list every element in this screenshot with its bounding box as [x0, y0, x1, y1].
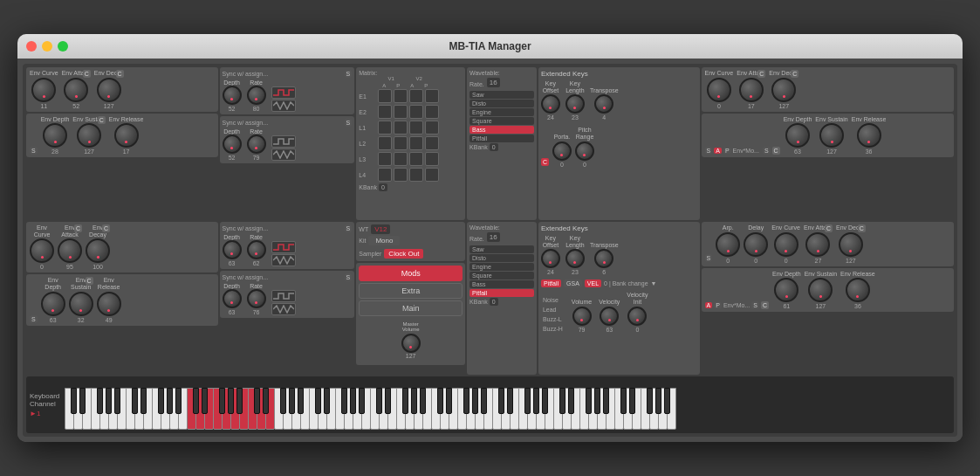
cell-e1-p2[interactable]	[425, 89, 439, 103]
wf-btn-1[interactable]	[271, 86, 296, 99]
wf-btn-mid-3[interactable]	[271, 290, 296, 302]
black-key-52[interactable]	[524, 388, 531, 414]
black-key-42[interactable]	[437, 388, 443, 414]
black-key-14[interactable]	[193, 388, 199, 414]
close-button[interactable]	[26, 41, 37, 52]
black-key-64[interactable]	[629, 388, 635, 414]
black-key-35[interactable]	[376, 388, 382, 414]
cell-l3-a2[interactable]	[409, 152, 423, 166]
env-attack-knob-mid[interactable]	[58, 238, 82, 263]
black-key-11[interactable]	[167, 388, 173, 414]
cell-e2-p2[interactable]	[425, 105, 439, 119]
black-key-60[interactable]	[594, 388, 600, 414]
black-key-36[interactable]	[385, 388, 391, 414]
black-key-5[interactable]	[114, 388, 120, 414]
black-key-45[interactable]	[463, 388, 469, 414]
right-sustain-knob-top[interactable]	[819, 123, 844, 148]
env-curve-knob[interactable]	[31, 78, 56, 102]
main-btn[interactable]: Main	[359, 300, 463, 316]
black-key-26[interactable]	[298, 388, 304, 414]
black-key-31[interactable]	[341, 388, 347, 414]
black-key-56[interactable]	[559, 388, 565, 414]
black-key-25[interactable]	[289, 388, 295, 414]
right-curve-knob-mid[interactable]	[774, 232, 798, 257]
wf-btn-mid-1[interactable]	[271, 241, 296, 253]
env-release-knob-mid[interactable]	[97, 292, 121, 316]
mono-btn[interactable]: Mono	[368, 236, 400, 245]
right-depth-knob-top[interactable]	[785, 123, 810, 148]
wt-disto-top[interactable]: Disto	[469, 100, 534, 107]
black-key-28[interactable]	[315, 388, 321, 414]
arp-knob[interactable]	[716, 232, 740, 257]
clock-out-btn[interactable]: Clock Out	[384, 249, 423, 259]
wt-bass-top[interactable]: Bass	[469, 126, 534, 134]
wt-saw-top[interactable]: Saw	[469, 91, 534, 99]
porta-knob[interactable]	[552, 141, 572, 161]
delay-knob[interactable]	[744, 232, 768, 257]
key-length-knob-top[interactable]	[565, 94, 585, 114]
black-key-66[interactable]	[647, 388, 653, 414]
black-key-49[interactable]	[498, 388, 504, 414]
cell-l1-p1[interactable]	[394, 121, 408, 135]
black-key-53[interactable]	[533, 388, 539, 414]
black-key-15[interactable]	[202, 388, 208, 414]
vel-init-knob[interactable]	[627, 307, 647, 326]
right-decay-knob-top[interactable]	[771, 78, 796, 102]
black-key-57[interactable]	[568, 388, 574, 414]
black-key-0[interactable]	[71, 388, 77, 414]
black-key-24[interactable]	[280, 388, 286, 414]
cell-l3-p1[interactable]	[394, 152, 408, 166]
key-offset-knob-mid[interactable]	[541, 249, 560, 268]
cell-l4-a2[interactable]	[409, 168, 423, 182]
right-sustain-knob-mid[interactable]	[808, 278, 833, 302]
wt-square-mid[interactable]: Square	[469, 272, 534, 279]
black-key-8[interactable]	[140, 388, 147, 414]
black-key-33[interactable]	[359, 388, 365, 414]
black-key-39[interactable]	[411, 388, 417, 414]
wf-btn-mid-2[interactable]	[271, 254, 296, 266]
env-release-knob[interactable]	[114, 123, 139, 148]
env-curve-knob-mid[interactable]	[30, 238, 54, 263]
wt-saw-mid[interactable]: Saw	[469, 245, 534, 253]
master-vol-knob[interactable]	[401, 334, 421, 353]
wt-bass-mid[interactable]: Bass	[469, 280, 534, 288]
pitch-range-knob-top[interactable]	[575, 141, 594, 161]
black-key-63[interactable]	[620, 388, 627, 414]
cell-l4-a1[interactable]	[378, 168, 392, 182]
cell-l2-a1[interactable]	[378, 136, 392, 150]
wt-engine-mid[interactable]: Engine	[469, 263, 534, 271]
cell-e1-p1[interactable]	[394, 89, 408, 103]
sync-depth-knob[interactable]	[223, 86, 242, 105]
wf-btn-2[interactable]	[271, 100, 296, 112]
black-key-61[interactable]	[603, 388, 609, 414]
black-key-43[interactable]	[446, 388, 452, 414]
black-key-18[interactable]	[228, 388, 234, 414]
wt-pitfall-mid[interactable]: Pitfall	[469, 289, 534, 297]
bank-change-arrow[interactable]: ▼	[651, 280, 657, 286]
sync-depth-knob-mid-bot[interactable]	[223, 289, 242, 308]
black-key-40[interactable]	[420, 388, 426, 414]
sync-depth-knob-bot[interactable]	[223, 135, 242, 154]
black-key-32[interactable]	[350, 388, 356, 414]
sync-rate-knob-bot[interactable]	[247, 135, 266, 154]
wt-square-top[interactable]: Square	[469, 117, 534, 125]
black-key-47[interactable]	[481, 388, 487, 414]
sync-rate-knob-mid-bot[interactable]	[247, 289, 266, 308]
black-key-21[interactable]	[254, 388, 260, 414]
env-decay-knob-mid[interactable]	[86, 238, 110, 263]
black-key-38[interactable]	[402, 388, 408, 414]
cell-e1-a1[interactable]	[378, 89, 392, 103]
cell-l2-a2[interactable]	[409, 136, 423, 150]
velocity-knob[interactable]	[600, 307, 619, 326]
extra-btn[interactable]: Extra	[359, 283, 463, 299]
env-sustain-knob[interactable]	[77, 123, 101, 148]
cell-e2-a2[interactable]	[409, 105, 423, 119]
right-release-knob-top[interactable]	[857, 123, 881, 148]
cell-l2-p2[interactable]	[425, 136, 439, 150]
black-key-1[interactable]	[79, 388, 86, 414]
wt-disto-mid[interactable]: Disto	[469, 254, 534, 262]
minimize-button[interactable]	[42, 41, 52, 52]
wt-engine-top[interactable]: Engine	[469, 108, 534, 116]
right-attack-knob-mid[interactable]	[805, 232, 830, 257]
right-attack-knob-top[interactable]	[739, 78, 764, 102]
